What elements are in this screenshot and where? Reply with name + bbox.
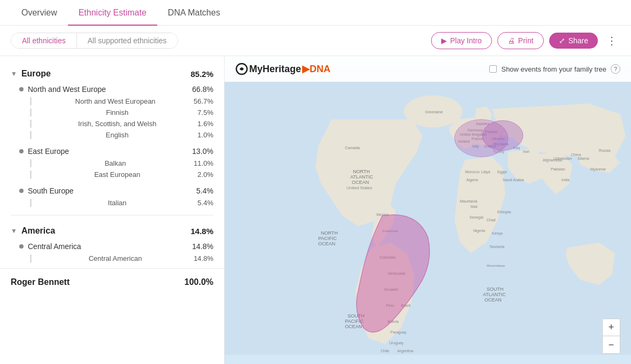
filter-all-ethnicities[interactable]: All ethnicities	[11, 33, 76, 48]
nwe-item-1-label: North and West European	[75, 97, 156, 105]
print-button[interactable]: 🖨 Print	[497, 32, 544, 49]
share-icon: ⤢	[559, 36, 565, 45]
nwe-item-1-pct: 56.7%	[194, 97, 213, 105]
svg-text:Paraguay: Paraguay	[390, 330, 406, 335]
svg-text:China: China	[571, 153, 581, 157]
nav-dna-matches[interactable]: DNA Matches	[157, 1, 231, 25]
world-map-svg: NORTH ATLANTIC OCEAN NORTH PACIFIC OCEAN…	[225, 56, 631, 364]
svg-text:Myanmar: Myanmar	[590, 167, 606, 172]
svg-text:Egypt: Egypt	[497, 170, 507, 174]
play-icon: ▶	[441, 36, 447, 45]
show-events-checkbox[interactable]	[489, 65, 497, 73]
svg-text:Greenland: Greenland	[425, 110, 443, 114]
nav-ethnicity-estimate[interactable]: Ethnicity Estimate	[68, 1, 157, 25]
svg-text:Uruguay: Uruguay	[389, 341, 404, 345]
nwe-inner-row-3: Irish, Scottish, and Welsh 1.6%	[0, 118, 224, 129]
central-america-label: Central America	[28, 242, 81, 251]
south-europe-dot	[19, 189, 24, 193]
play-intro-button[interactable]: ▶ Play Intro	[431, 32, 492, 49]
svg-text:Mozambique: Mozambique	[487, 264, 505, 267]
svg-text:NORTH: NORTH	[321, 230, 338, 236]
ca-inner-row-1: Central American 14.8%	[0, 253, 224, 264]
ee-item-2-label: East European	[94, 171, 140, 179]
person-pct: 100.0%	[184, 277, 213, 287]
filter-all-supported[interactable]: All supported ethnicities	[77, 33, 178, 48]
svg-text:Russia: Russia	[599, 149, 611, 152]
svg-text:NORTH: NORTH	[353, 169, 370, 174]
svg-text:Morocco: Morocco	[465, 170, 480, 174]
svg-text:Chile: Chile	[381, 349, 389, 353]
south-europe-row[interactable]: South Europe 5.4%	[0, 184, 224, 197]
help-icon[interactable]: ?	[611, 64, 620, 74]
nwe-item-2-pct: 7.5%	[197, 109, 213, 117]
north-west-europe-dot	[19, 87, 24, 91]
svg-text:Algeria: Algeria	[466, 178, 478, 182]
nwe-inner-row-2: Finnish 7.5%	[0, 107, 224, 118]
east-europe-row[interactable]: East Europe 13.0%	[0, 145, 224, 158]
svg-text:Saudi Arabia: Saudi Arabia	[503, 178, 524, 182]
central-america-pct: 14.8%	[192, 242, 213, 251]
nav-overview[interactable]: Overview	[11, 1, 68, 25]
show-events-control[interactable]: Show events from your family tree ?	[489, 64, 620, 74]
central-america-dot	[19, 244, 24, 249]
filter-bar: All ethnicities All supported ethnicitie…	[0, 26, 631, 56]
svg-text:Tanzania: Tanzania	[489, 245, 504, 249]
svg-text:Nigeria: Nigeria	[473, 229, 485, 233]
sidebar: ▼ Europe 85.2% North and West Europe 66.…	[0, 56, 225, 364]
filter-pills: All ethnicities All supported ethnicitie…	[11, 33, 178, 49]
north-west-europe-label: North and West Europe	[28, 85, 106, 94]
ee-inner-row-2: East European 2.0%	[0, 169, 224, 180]
svg-text:Libya: Libya	[481, 170, 490, 174]
nwe-inner-row-1: North and West European 56.7%	[0, 96, 224, 107]
svg-text:ATLANTIC: ATLANTIC	[483, 292, 506, 297]
america-label: America	[21, 226, 55, 236]
svg-point-69	[482, 121, 523, 151]
nwe-item-4-label: English	[106, 131, 129, 139]
nwe-item-4-pct: 1.0%	[197, 131, 213, 139]
ee-item-1-pct: 11.0%	[194, 159, 213, 167]
nwe-item-2-label: Finnish	[106, 109, 128, 117]
svg-text:OCEAN: OCEAN	[345, 324, 362, 329]
ca-item-1-label: Central American	[89, 254, 142, 262]
share-button[interactable]: ⤢ Share	[549, 33, 598, 49]
nwe-item-3-label: Irish, Scottish, and Welsh	[78, 120, 156, 128]
nwe-inner-row-4: English 1.0%	[0, 129, 224, 141]
ee-item-1-label: Balkan	[105, 159, 126, 167]
svg-text:Senegal: Senegal	[470, 215, 483, 220]
east-europe-pct: 13.0%	[192, 147, 213, 156]
america-chevron: ▼	[11, 227, 17, 235]
svg-text:Mauritania: Mauritania	[460, 199, 478, 203]
se-inner-row-1: Italian 5.4%	[0, 197, 224, 208]
svg-text:Ethiopia: Ethiopia	[497, 210, 511, 214]
north-west-europe-row[interactable]: North and West Europe 66.8%	[0, 83, 224, 96]
map-area: MyHeritage ▶DNA Show events from your fa…	[225, 56, 631, 364]
europe-section-header[interactable]: ▼ Europe 85.2%	[0, 65, 224, 83]
zoom-in-button[interactable]: +	[603, 319, 620, 336]
ca-item-1-pct: 14.8%	[194, 254, 213, 262]
logo-icon	[235, 63, 248, 75]
person-name: Roger Bennett	[11, 277, 70, 287]
section-divider	[11, 215, 213, 215]
east-europe-dot	[19, 149, 24, 153]
south-europe-label: South Europe	[28, 187, 74, 195]
zoom-controls: + −	[602, 319, 620, 354]
central-america-row[interactable]: Central America 14.8%	[0, 240, 224, 253]
se-item-1-pct: 5.4%	[197, 199, 213, 207]
america-section-header[interactable]: ▼ America 14.8%	[0, 222, 224, 240]
europe-chevron: ▼	[11, 70, 17, 78]
svg-text:Uzbekistan: Uzbekistan	[553, 157, 572, 160]
action-buttons: ▶ Play Intro 🖨 Print ⤢ Share ⋮	[431, 32, 620, 49]
svg-text:OCEAN: OCEAN	[318, 241, 335, 246]
east-europe-label: East Europe	[28, 147, 69, 156]
ee-inner-row-1: Balkan 11.0%	[0, 158, 224, 169]
zoom-out-button[interactable]: −	[603, 336, 620, 353]
svg-text:SOUTH: SOUTH	[487, 286, 504, 292]
person-total-row: Roger Bennett 100.0%	[0, 268, 224, 296]
main-layout: ▼ Europe 85.2% North and West Europe 66.…	[0, 56, 631, 364]
svg-text:Iran: Iran	[523, 150, 529, 153]
navigation-bar: Overview Ethnicity Estimate DNA Matches	[0, 0, 631, 26]
more-options-button[interactable]: ⋮	[603, 32, 620, 49]
ee-item-2-pct: 2.0%	[197, 171, 213, 179]
logo-dna: ▶DNA	[302, 63, 330, 75]
svg-text:OCEAN: OCEAN	[352, 180, 369, 185]
